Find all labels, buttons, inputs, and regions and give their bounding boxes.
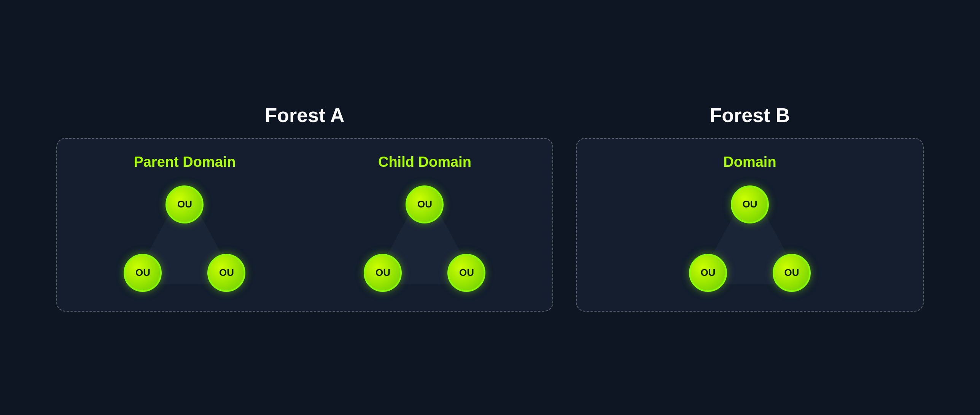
forest-b-title: Forest B — [710, 104, 790, 127]
domain-b-ou-nodes: OU OU OU — [685, 178, 815, 292]
parent-domain-section: Parent Domain OU OU OU — [68, 154, 301, 292]
main-container: Forest A Parent Domain OU OU — [33, 89, 947, 327]
forest-b-section: Forest B Domain OU OU — [576, 104, 924, 312]
parent-ou-top: OU — [165, 185, 204, 223]
parent-domain-triangle-container: OU OU OU — [120, 178, 249, 292]
domain-b-section: Domain OU OU OU — [588, 154, 912, 292]
child-domain-ou-nodes: OU OU OU — [360, 178, 489, 292]
domain-b-triangle-container: OU OU OU — [685, 178, 815, 292]
child-ou-bottom-right: OU — [447, 254, 485, 292]
forest-a-section: Forest A Parent Domain OU OU — [56, 104, 553, 312]
child-domain-section: Child Domain OU OU OU — [309, 154, 541, 292]
domain-b-label: Domain — [723, 154, 776, 170]
forest-a-box: Parent Domain OU OU OU — [56, 138, 553, 312]
parent-domain-ou-nodes: OU OU OU — [120, 178, 249, 292]
child-domain-triangle-container: OU OU OU — [360, 178, 489, 292]
child-ou-bottom-left: OU — [364, 254, 402, 292]
parent-ou-bottom-right: OU — [207, 254, 245, 292]
child-domain-label: Child Domain — [378, 154, 471, 170]
parent-domain-label: Parent Domain — [134, 154, 235, 170]
domain-b-ou-bottom-right: OU — [773, 254, 811, 292]
forest-a-title: Forest A — [265, 104, 344, 127]
child-ou-top: OU — [406, 185, 444, 223]
domain-b-ou-top: OU — [731, 185, 769, 223]
forest-b-box: Domain OU OU OU — [576, 138, 924, 312]
parent-ou-bottom-left: OU — [124, 254, 162, 292]
domain-b-ou-bottom-left: OU — [689, 254, 727, 292]
